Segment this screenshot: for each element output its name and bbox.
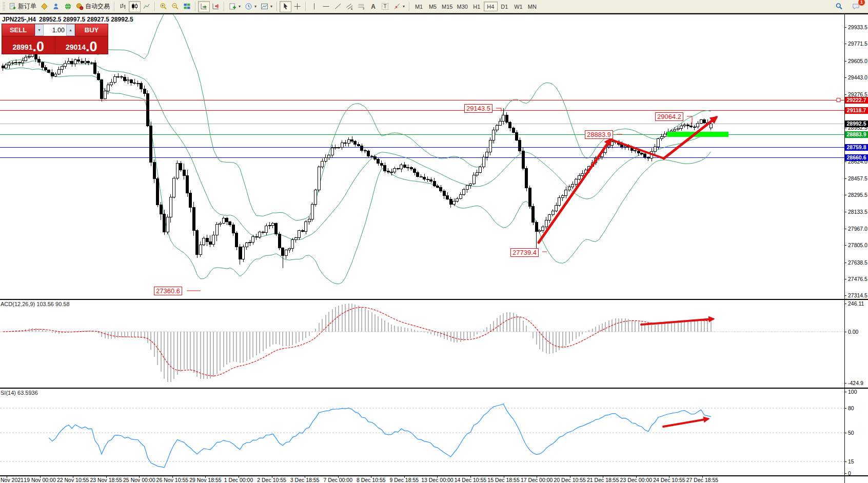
candlestick-chart-button[interactable] [129, 1, 141, 12]
timeframe-m30-button[interactable]: M30 [455, 2, 469, 11]
autotrading-button[interactable]: 自动交易 [74, 1, 112, 12]
time-axis-tick [404, 475, 405, 478]
price-annotation[interactable]: 29143.5 [464, 104, 492, 113]
price-axis-tick [844, 128, 846, 128]
bar-chart-button[interactable] [117, 1, 129, 12]
toolbar-grip[interactable] [3, 2, 5, 11]
toolbar-separator [305, 2, 306, 11]
price-axis-tick-label: 27314.5 [848, 292, 867, 298]
line-chart-button[interactable] [141, 1, 152, 12]
chart-shift-button[interactable] [210, 1, 222, 12]
autotrading-icon [76, 3, 84, 10]
rsi-axis-label: 15 [848, 458, 854, 465]
time-axis-tick [272, 475, 272, 478]
arrows-tool-icon [393, 3, 401, 10]
price-chart-pane[interactable] [0, 14, 844, 299]
time-axis-tick [7, 475, 7, 478]
price-axis-tick [844, 212, 846, 212]
arrows-dropdown-icon: ▾ [403, 4, 405, 9]
market-button[interactable] [62, 1, 74, 12]
price-annotation[interactable]: 27739.4 [510, 248, 539, 257]
text-tool-button[interactable]: A [367, 1, 379, 12]
price-axis-tick [844, 61, 846, 62]
timeframe-m15-button[interactable]: M15 [440, 2, 455, 11]
toolbar-separator [114, 2, 115, 11]
timeframe-m5-button[interactable]: M5 [426, 2, 440, 11]
vertical-line-tool-button[interactable] [308, 1, 320, 12]
timeframe-w1-button[interactable]: W1 [511, 2, 525, 11]
crosshair-tool-button[interactable] [291, 1, 303, 12]
notifications-button[interactable]: 1 [850, 1, 862, 12]
periods-button[interactable]: ▾ [243, 1, 259, 12]
time-axis-tick [603, 475, 603, 478]
one-click-trading-panel: SELL ▾ 1.00 ▴ BUY 28991.0 29014.0 [2, 24, 108, 54]
trendline-icon [334, 3, 342, 10]
fibonacci-tool-button[interactable]: F [356, 1, 367, 12]
candlestick-chart-icon [131, 3, 139, 10]
rsi-axis-tick [844, 408, 846, 409]
time-axis-tick [139, 475, 140, 478]
new-order-button[interactable]: 新订单 [7, 1, 38, 12]
sell-price[interactable]: 28991.0 [2, 36, 55, 54]
toolbar-separator [154, 2, 155, 11]
price-annotation[interactable]: 28883.9 [585, 130, 613, 139]
buy-price[interactable]: 29014.0 [55, 36, 108, 54]
price-axis-tick-label: 27967.0 [848, 226, 867, 232]
mql5-community-button[interactable] [50, 1, 62, 12]
fibonacci-icon: F [358, 3, 365, 10]
volume-decrease-button[interactable]: ▾ [35, 24, 44, 36]
time-axis-label: Nov 2021 [1, 477, 24, 483]
volume-increase-button[interactable]: ▴ [66, 24, 75, 36]
text-label-tool-button[interactable]: T [379, 1, 391, 12]
buy-button[interactable]: BUY [75, 24, 108, 36]
sell-button[interactable]: SELL [2, 24, 35, 36]
macd-pane[interactable] [0, 300, 844, 388]
globe-icon [64, 3, 72, 10]
rsi-pane[interactable] [0, 389, 844, 475]
auto-scroll-button[interactable] [198, 1, 210, 12]
price-axis-tick-label: 27805.0 [848, 242, 867, 248]
chart-ohlc-values: 28952.5 28997.5 28927.5 28992.5 [39, 16, 133, 23]
equidistant-channel-icon: E [346, 3, 353, 10]
zoom-in-icon [160, 3, 167, 10]
rsi-axis-tick [844, 473, 846, 474]
cursor-tool-button[interactable] [280, 1, 291, 12]
new-order-icon [9, 3, 16, 10]
macd-axis-tick [844, 304, 846, 304]
search-button[interactable] [833, 1, 845, 12]
price-axis-tick [844, 229, 846, 229]
chart-symbol-period: JPN225-,H4 [2, 16, 36, 23]
rsi-axis-label: 100 [848, 389, 857, 395]
indicators-button[interactable]: ▾ [227, 1, 243, 12]
zoom-out-button[interactable] [169, 1, 181, 12]
time-axis-tick [40, 475, 41, 478]
vertical-line-icon [310, 3, 318, 10]
macd-axis-label: 0.00 [848, 329, 858, 335]
timeframe-h4-button[interactable]: H4 [484, 2, 498, 11]
tile-windows-button[interactable] [181, 1, 193, 12]
zoom-in-button[interactable] [157, 1, 169, 12]
time-axis-tick [669, 475, 669, 478]
price-annotation[interactable]: 29064.2 [655, 112, 683, 121]
time-axis-tick [338, 475, 339, 478]
pane-separator[interactable] [0, 299, 868, 300]
templates-button[interactable]: ▾ [259, 1, 274, 12]
rsi-axis-label: 80 [848, 405, 854, 411]
metaeditor-button[interactable] [38, 1, 50, 12]
time-axis-tick [239, 475, 239, 478]
pane-separator[interactable] [0, 388, 868, 389]
horizontal-line-tool-button[interactable] [320, 1, 332, 12]
arrows-tool-button[interactable]: ▾ [391, 1, 407, 12]
price-axis-tick [844, 245, 846, 246]
volume-stepper[interactable]: ▾ 1.00 ▴ [35, 24, 75, 36]
timeframe-m1-button[interactable]: M1 [412, 2, 426, 11]
trendline-tool-button[interactable] [332, 1, 344, 12]
timeframe-mn-button[interactable]: MN [525, 2, 539, 11]
volume-value[interactable]: 1.00 [44, 24, 66, 36]
price-axis-tick-label: 28133.5 [848, 209, 867, 215]
time-axis-tick [106, 475, 107, 478]
equidistant-channel-tool-button[interactable]: E [344, 1, 356, 12]
timeframe-d1-button[interactable]: D1 [498, 2, 511, 11]
timeframe-h1-button[interactable]: H1 [470, 2, 484, 11]
price-annotation[interactable]: 27360.6 [154, 287, 182, 295]
